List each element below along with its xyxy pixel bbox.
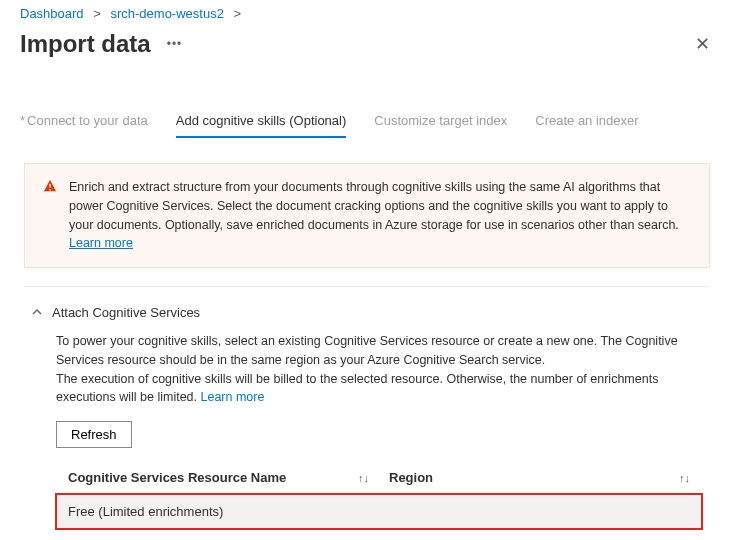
info-banner: Enrich and extract structure from your d…	[24, 163, 710, 268]
refresh-button[interactable]: Refresh	[56, 421, 132, 448]
tab-indexer[interactable]: Create an indexer	[535, 107, 638, 138]
section-p1: To power your cognitive skills, select a…	[56, 332, 702, 370]
page-title: Import data	[20, 30, 151, 58]
banner-learn-more-link[interactable]: Learn more	[69, 236, 133, 250]
col-header-name[interactable]: Cognitive Services Resource Name ↑↓	[68, 468, 389, 488]
table-header: Cognitive Services Resource Name ↑↓ Regi…	[56, 462, 702, 494]
cell-name: Free (Limited enrichments)	[68, 502, 379, 522]
section-p2: The execution of cognitive skills will b…	[56, 370, 702, 408]
section-title: Attach Cognitive Services	[52, 305, 200, 320]
breadcrumb: Dashboard > srch-demo-westus2 >	[0, 0, 734, 21]
breadcrumb-root[interactable]: Dashboard	[20, 6, 84, 21]
divider	[24, 286, 710, 287]
chevron-up-icon	[32, 307, 42, 319]
breadcrumb-sep: >	[93, 6, 101, 21]
header-bar: Import data ••• ✕	[0, 21, 734, 79]
col-header-region[interactable]: Region ↑↓	[389, 468, 690, 488]
warning-icon	[43, 179, 57, 253]
breadcrumb-resource[interactable]: srch-demo-westus2	[110, 6, 223, 21]
banner-text: Enrich and extract structure from your d…	[69, 178, 691, 253]
resource-table: Cognitive Services Resource Name ↑↓ Regi…	[56, 462, 702, 540]
tab-skills[interactable]: Add cognitive skills (Optional)	[176, 107, 347, 138]
attach-section: Attach Cognitive Services To power your …	[24, 305, 710, 540]
section-learn-more-link[interactable]: Learn more	[201, 390, 265, 404]
close-icon[interactable]: ✕	[691, 29, 714, 59]
more-menu-icon[interactable]: •••	[167, 37, 183, 51]
cell-region	[379, 502, 690, 522]
tab-index[interactable]: Customize target index	[374, 107, 507, 138]
section-header[interactable]: Attach Cognitive Services	[24, 305, 710, 320]
tab-connect[interactable]: *Connect to your data	[20, 107, 148, 138]
section-body: To power your cognitive skills, select a…	[24, 320, 710, 540]
wizard-tabs: *Connect to your data Add cognitive skil…	[0, 107, 734, 139]
sort-icon: ↑↓	[679, 470, 690, 487]
sort-icon: ↑↓	[358, 470, 369, 487]
create-resource-link[interactable]: Create new Cognitive Services resource	[56, 529, 312, 540]
breadcrumb-sep-2: >	[234, 6, 242, 21]
table-row[interactable]: Free (Limited enrichments)	[56, 494, 702, 530]
